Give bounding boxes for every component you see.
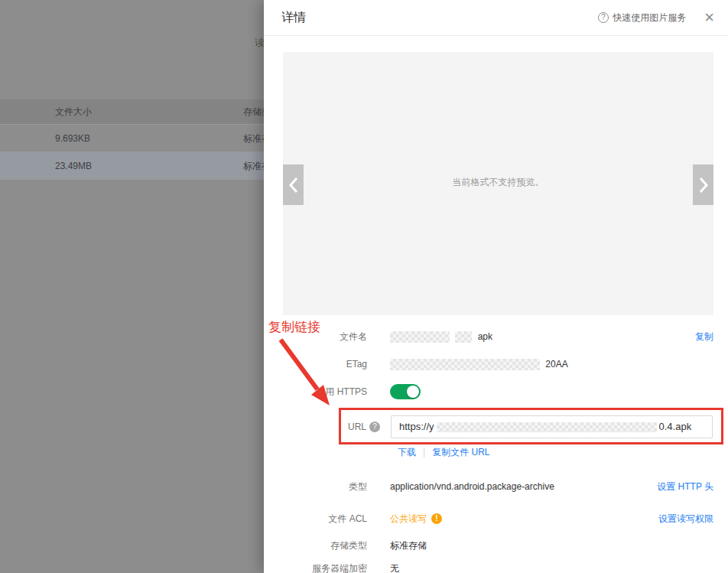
- url-row: URL ? https://y 0.4.apk: [264, 415, 728, 438]
- set-http-header-link[interactable]: 设置 HTTP 头: [657, 479, 713, 494]
- storage-class-label: 存储类型: [264, 538, 367, 553]
- url-tail: 0.4.apk: [659, 419, 692, 435]
- url-help-icon[interactable]: ?: [369, 422, 380, 432]
- encryption-row: 服务器端加密 无: [264, 561, 728, 573]
- https-row: 使用 HTTPS: [264, 384, 728, 399]
- filename-label: 文件名: [264, 329, 367, 344]
- preview-unsupported-message: 当前格式不支持预览。: [283, 176, 713, 189]
- warning-icon: !: [431, 513, 442, 524]
- etag-label: ETag: [264, 356, 367, 372]
- redacted-blur: [437, 422, 657, 432]
- close-icon[interactable]: ×: [704, 10, 714, 25]
- background-page: 读 文件大小 存储类型 9.693KB 标准存储 23.49MB 标准存储: [0, 0, 264, 573]
- url-label-group: URL ?: [264, 415, 380, 438]
- url-actions-row: 下载 | 复制文件 URL: [264, 444, 728, 460]
- use-https-label: 使用 HTTPS: [264, 384, 367, 399]
- acl-value: 公共读写: [390, 511, 427, 526]
- storage-class-row: 存储类型 标准存储: [264, 538, 728, 553]
- set-acl-permissions-link[interactable]: 设置读写权限: [658, 511, 713, 526]
- acl-row: 文件 ACL 公共读写 ! 设置读写权限: [264, 511, 728, 526]
- toggle-knob: [407, 386, 419, 398]
- type-label: 类型: [264, 479, 367, 494]
- encryption-label: 服务器端加密: [264, 561, 367, 573]
- file-acl-label: 文件 ACL: [264, 511, 367, 526]
- drawer-header: 详情 ? 快速使用图片服务 ×: [264, 0, 728, 36]
- acl-value-group: 公共读写 !: [390, 511, 442, 526]
- redacted-blur: [455, 331, 472, 343]
- redacted-blur: [390, 359, 540, 370]
- next-file-button[interactable]: [693, 164, 713, 205]
- encryption-value: 无: [390, 561, 399, 573]
- quick-image-service-label: 快速使用图片服务: [613, 11, 686, 24]
- etag-value: 20AA: [390, 356, 568, 372]
- type-row: 类型 application/vnd.android.package-archi…: [264, 479, 728, 494]
- storage-class-value: 标准存储: [390, 538, 427, 553]
- details-drawer: 详情 ? 快速使用图片服务 × 当前格式不支持预览。 文件名 apk 复制: [264, 0, 728, 573]
- copy-filename-button[interactable]: 复制: [695, 329, 713, 344]
- type-value: application/vnd.android.package-archive: [390, 479, 554, 494]
- filename-row: 文件名 apk 复制: [264, 329, 728, 344]
- url-prefix: https://y: [399, 419, 434, 435]
- chevron-right-icon: [698, 176, 709, 194]
- help-circle-icon: ?: [598, 12, 609, 23]
- url-actions: 下载 | 复制文件 URL: [398, 444, 489, 460]
- file-preview-area: 当前格式不支持预览。: [283, 52, 713, 315]
- modal-mask[interactable]: [0, 0, 264, 573]
- filename-value: apk: [390, 329, 492, 344]
- drawer-title: 详情: [281, 10, 306, 26]
- divider: |: [423, 444, 425, 460]
- download-link[interactable]: 下载: [398, 444, 416, 460]
- redacted-blur: [390, 331, 450, 343]
- quick-image-service-link[interactable]: ? 快速使用图片服务: [598, 11, 686, 24]
- url-input[interactable]: https://y 0.4.apk: [391, 415, 713, 438]
- url-label: URL: [348, 419, 366, 435]
- https-toggle-on[interactable]: [390, 384, 421, 399]
- etag-row: ETag 20AA: [264, 356, 728, 372]
- filename-tail: apk: [478, 331, 492, 342]
- etag-tail: 20AA: [545, 359, 567, 370]
- previous-file-button[interactable]: [283, 164, 304, 205]
- chevron-left-icon: [288, 176, 299, 194]
- copy-file-url-link[interactable]: 复制文件 URL: [432, 444, 489, 460]
